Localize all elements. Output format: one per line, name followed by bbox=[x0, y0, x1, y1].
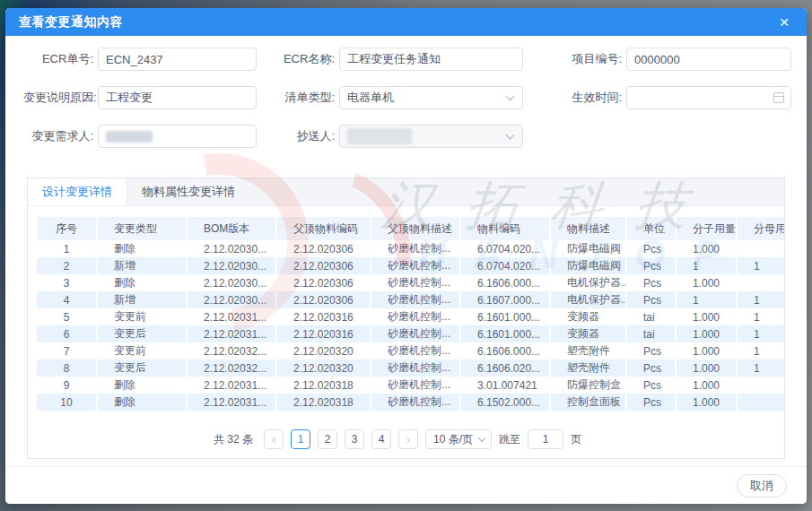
table-row: 7变更前2.12.02032...2.12.020320砂磨机控制...6.16… bbox=[37, 342, 784, 359]
table-cell: 1.000 bbox=[675, 274, 736, 291]
table-cell: 6 bbox=[37, 325, 96, 342]
list-type-select[interactable]: 电器单机 bbox=[339, 86, 523, 109]
next-page-button[interactable]: › bbox=[398, 429, 418, 449]
tabs-bar: 设计变更详情 物料属性变更详情 bbox=[28, 178, 784, 206]
dialog-title: 查看变更通知内容 bbox=[19, 14, 123, 30]
table-cell: Pcs bbox=[625, 377, 675, 394]
table-cell: 6.1606.000... bbox=[459, 274, 549, 291]
total-count: 共 32 条 bbox=[214, 432, 253, 447]
table-header-row: 序号变更类型BOM版本父顶物料编码父顶物料描述物料编码物料描述单位分子用量分母用… bbox=[37, 217, 784, 240]
table-row: 2新增2.12.02030...2.12.020306砂磨机控制...6.070… bbox=[37, 257, 784, 274]
tab-material-attr-change-detail[interactable]: 物料属性变更详情 bbox=[127, 178, 249, 205]
chevron-down-icon bbox=[506, 92, 515, 101]
column-header: 父顶物料编码 bbox=[275, 217, 370, 240]
table-cell: 1.000 bbox=[675, 342, 736, 359]
table-cell: 2.12.020306 bbox=[275, 291, 370, 308]
table-cell: 2.12.020318 bbox=[275, 394, 370, 411]
jump-page-input[interactable] bbox=[528, 429, 563, 449]
page-size-select[interactable]: 10 条/页 bbox=[425, 429, 492, 449]
table-cell: 2.12.020306 bbox=[275, 257, 370, 274]
table-cell: 2.12.020306 bbox=[275, 240, 370, 257]
table-cell: 2.12.020316 bbox=[275, 308, 370, 325]
table-cell: 1.000 bbox=[675, 325, 736, 342]
list-type-label: 清单类型: bbox=[261, 90, 335, 106]
table-cell: 砂磨机控制... bbox=[370, 359, 459, 377]
table-cell: 2 bbox=[37, 257, 96, 274]
table-cell: 2.12.02031... bbox=[186, 325, 275, 342]
table-cell: 删除 bbox=[96, 394, 186, 411]
redacted-tag bbox=[347, 128, 412, 144]
table-cell: 2.12.02031... bbox=[186, 394, 275, 411]
table-cell: 1 bbox=[736, 359, 784, 377]
table-cell: 4 bbox=[37, 291, 96, 308]
change-reason-input[interactable] bbox=[98, 86, 257, 109]
table-cell: 2.12.020318 bbox=[275, 377, 370, 394]
chevron-down-icon bbox=[506, 131, 515, 140]
effective-date-label: 生效时间: bbox=[528, 90, 622, 106]
change-notice-dialog: 查看变更通知内容 ✕ ECR单号: ECR名称: 项目编号: 变更说明原因: 清… bbox=[5, 8, 807, 504]
table-cell: 1 bbox=[736, 291, 784, 308]
table-cell: Pcs bbox=[625, 274, 675, 291]
column-header: BOM版本 bbox=[186, 217, 275, 240]
table-cell: 1.000 bbox=[675, 308, 736, 325]
table-cell: 砂磨机控制... bbox=[370, 257, 459, 274]
page-buttons: 1234 bbox=[291, 429, 391, 449]
table-row: 3删除2.12.02030...2.12.020306砂磨机控制...6.160… bbox=[37, 274, 784, 291]
table-row: 4新增2.12.02030...2.12.020306砂磨机控制...6.160… bbox=[37, 291, 784, 308]
page-button-3[interactable]: 3 bbox=[345, 429, 364, 449]
cc-recipient-label: 抄送人: bbox=[261, 128, 335, 144]
cc-recipient-select[interactable] bbox=[339, 125, 523, 148]
page-button-1[interactable]: 1 bbox=[291, 429, 310, 449]
table-cell bbox=[736, 274, 784, 291]
table-cell: 2.12.02030... bbox=[186, 274, 275, 291]
page-button-4[interactable]: 4 bbox=[371, 429, 391, 449]
table-cell: 1 bbox=[675, 291, 736, 308]
page-size-value: 10 条/页 bbox=[433, 432, 473, 447]
table-cell: 1 bbox=[736, 308, 784, 325]
table-row: 10删除2.12.02031...2.12.020318砂磨机控制...6.15… bbox=[37, 394, 784, 411]
table-cell: 防爆电磁阀 bbox=[549, 240, 625, 257]
table-cell: 砂磨机控制... bbox=[370, 377, 459, 394]
table-cell: 2.12.02031... bbox=[186, 308, 275, 325]
table-cell: 变频器 bbox=[549, 308, 625, 325]
list-type-value: 电器单机 bbox=[347, 90, 394, 106]
table-cell: Pcs bbox=[625, 291, 675, 308]
table-row: 6变更后2.12.02031...2.12.020316砂磨机控制...6.16… bbox=[37, 325, 784, 342]
table-cell: 防爆电磁阀 bbox=[549, 257, 625, 274]
ecr-number-input[interactable] bbox=[98, 48, 257, 71]
ecr-name-input[interactable] bbox=[339, 48, 523, 71]
table-cell bbox=[736, 394, 784, 411]
dialog-footer: 取消 bbox=[5, 466, 807, 504]
table-cell: 砂磨机控制... bbox=[370, 240, 459, 257]
table-cell: 2.12.02032... bbox=[186, 342, 275, 359]
table-cell: 2.12.02031... bbox=[186, 377, 275, 394]
form-row-1: ECR单号: ECR名称: 项目编号: bbox=[23, 48, 789, 71]
close-icon[interactable]: ✕ bbox=[775, 14, 793, 30]
table-cell: 新增 bbox=[96, 257, 186, 274]
change-detail-table: 序号变更类型BOM版本父顶物料编码父顶物料描述物料编码物料描述单位分子用量分母用… bbox=[37, 217, 784, 411]
change-requester-label: 变更需求人: bbox=[23, 128, 93, 144]
tab-design-change-detail[interactable]: 设计变更详情 bbox=[28, 178, 127, 205]
table-row: 5变更前2.12.02031...2.12.020316砂磨机控制...6.16… bbox=[37, 308, 784, 325]
redacted-value bbox=[106, 131, 153, 143]
project-number-label: 项目编号: bbox=[528, 51, 622, 67]
prev-page-button[interactable]: ‹ bbox=[264, 429, 284, 449]
table-cell: 砂磨机控制... bbox=[370, 342, 459, 359]
table-cell: 变更前 bbox=[96, 342, 186, 359]
table-cell: 2.12.020320 bbox=[275, 359, 370, 377]
page-button-2[interactable]: 2 bbox=[318, 429, 337, 449]
table-cell: 塑壳附件 bbox=[549, 342, 625, 359]
table-cell: 1.000 bbox=[675, 359, 736, 377]
change-requester-input[interactable] bbox=[98, 125, 257, 148]
table-cell: 3.01.007421 bbox=[459, 377, 549, 394]
table-cell: 删除 bbox=[96, 377, 186, 394]
table-cell bbox=[736, 377, 784, 394]
table-cell: 5 bbox=[37, 308, 96, 325]
table-cell: 删除 bbox=[96, 274, 186, 291]
design-change-panel: 序号变更类型BOM版本父顶物料编码父顶物料描述物料编码物料描述单位分子用量分母用… bbox=[28, 206, 784, 458]
cancel-button[interactable]: 取消 bbox=[737, 474, 787, 498]
jump-suffix: 页 bbox=[571, 432, 581, 447]
project-number-input[interactable] bbox=[626, 48, 791, 71]
effective-date-input[interactable] bbox=[626, 86, 791, 109]
jump-label: 跳至 bbox=[499, 432, 520, 447]
